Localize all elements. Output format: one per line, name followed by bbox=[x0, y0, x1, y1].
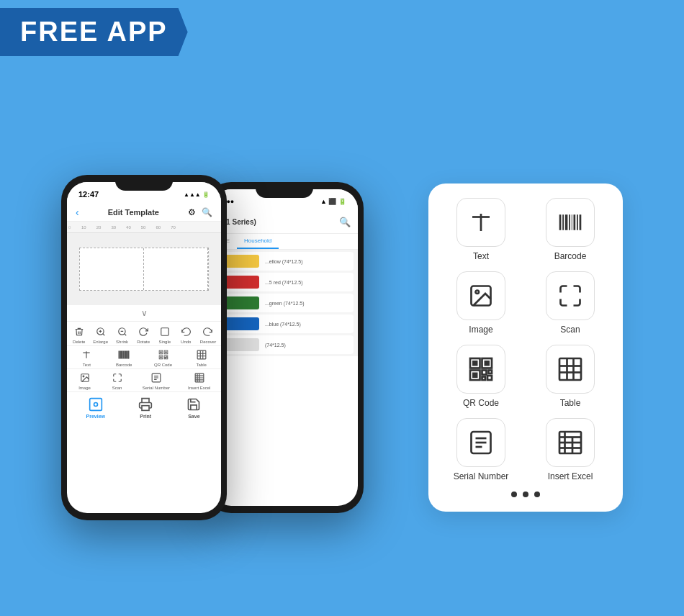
enlarge-icon bbox=[94, 325, 108, 339]
phone-back-screen: ●●● ▲ ⬛ 🔋 011 Series) 🔍 B&E Household bbox=[211, 189, 358, 506]
search-icon[interactable]: 🔍 bbox=[202, 207, 212, 217]
tool-recover[interactable]: Recover bbox=[200, 325, 216, 344]
back-app-header: 011 Series) 🔍 bbox=[211, 211, 358, 234]
template-box-right bbox=[144, 248, 208, 290]
svg-rect-12 bbox=[122, 351, 123, 358]
svg-rect-19 bbox=[160, 351, 161, 353]
label-list: ...ellow (74*12.5) ...5 red (74*12.5) ..… bbox=[211, 250, 358, 356]
nav-print-label: Print bbox=[140, 414, 151, 419]
delete-icon bbox=[72, 325, 86, 339]
phone-back: ●●● ▲ ⬛ 🔋 011 Series) 🔍 B&E Household bbox=[205, 182, 364, 513]
back-button[interactable]: ‹ bbox=[76, 207, 79, 218]
barcode-icon-box bbox=[546, 198, 595, 247]
svg-rect-53 bbox=[569, 214, 570, 230]
image-icon-box bbox=[456, 271, 505, 320]
svg-rect-65 bbox=[472, 373, 478, 379]
tool-text[interactable]: Text bbox=[79, 348, 94, 367]
back-tabs-row: B&E Household bbox=[211, 234, 358, 250]
template-box[interactable] bbox=[79, 248, 209, 291]
tool-qr-small[interactable]: QR Code bbox=[154, 348, 172, 367]
nav-print[interactable]: Print bbox=[138, 397, 153, 419]
phone-back-notch bbox=[256, 182, 313, 198]
single-label: Single bbox=[158, 340, 171, 344]
feature-image[interactable]: Image bbox=[441, 271, 521, 335]
dot-2 bbox=[523, 492, 528, 497]
list-item[interactable]: ...blue (74*12.5) bbox=[215, 314, 354, 333]
feature-serial-label: Serial Number bbox=[454, 471, 509, 481]
text-icon-box bbox=[456, 198, 505, 247]
tool-enlarge[interactable]: Enlarge bbox=[93, 325, 108, 344]
label-text-4: (74*12.5) bbox=[265, 343, 286, 348]
qr-small-label: QR Code bbox=[154, 363, 172, 367]
toolbar-row3: Image Scan Serial Number bbox=[67, 368, 221, 391]
free-app-badge: FREE APP bbox=[0, 8, 188, 56]
front-header-title: Edit Template bbox=[108, 208, 159, 217]
svg-rect-7 bbox=[161, 328, 168, 336]
svg-rect-27 bbox=[166, 358, 167, 359]
feature-serial[interactable]: Serial Number bbox=[441, 418, 521, 481]
svg-rect-67 bbox=[489, 371, 492, 374]
tool-table-small[interactable]: Table bbox=[194, 348, 209, 367]
feature-barcode[interactable]: Barcode bbox=[531, 198, 610, 261]
dot-3 bbox=[534, 492, 540, 497]
svg-rect-13 bbox=[123, 351, 124, 358]
serial-icon-small bbox=[149, 371, 163, 385]
tool-undo[interactable]: Undo bbox=[179, 325, 193, 344]
svg-rect-23 bbox=[160, 356, 161, 358]
list-item[interactable]: (74*12.5) bbox=[215, 335, 354, 354]
tool-shrink[interactable]: Shrink bbox=[115, 325, 130, 344]
dot-1 bbox=[511, 492, 517, 497]
feature-qrcode[interactable]: QR Code bbox=[441, 345, 521, 408]
phone-front: 12:47 ▲▲▲ 🔋 ‹ Edit Template ⚙ 🔍 0 bbox=[61, 175, 227, 520]
nav-save[interactable]: Save bbox=[186, 397, 202, 419]
tab-household[interactable]: Household bbox=[237, 234, 279, 249]
svg-rect-17 bbox=[129, 351, 130, 358]
table-icon-box bbox=[546, 345, 595, 394]
tool-barcode-small[interactable]: Barcode bbox=[116, 348, 132, 367]
label-text-1: ...5 red (74*12.5) bbox=[265, 280, 303, 285]
undo-icon bbox=[179, 325, 193, 339]
feature-table[interactable]: Table bbox=[531, 345, 610, 408]
svg-rect-47 bbox=[142, 406, 149, 411]
svg-rect-15 bbox=[126, 351, 127, 358]
svg-line-5 bbox=[124, 334, 126, 336]
front-app-header: ‹ Edit Template ⚙ 🔍 bbox=[67, 204, 221, 222]
label-text-0: ...ellow (74*12.5) bbox=[265, 259, 303, 264]
image-icon-small bbox=[78, 371, 92, 385]
print-icon bbox=[138, 397, 153, 412]
list-item[interactable]: ...5 red (74*12.5) bbox=[215, 273, 354, 291]
feature-excel[interactable]: Insert Excel bbox=[531, 418, 610, 481]
settings-icon[interactable]: ⚙ bbox=[188, 207, 196, 217]
tool-excel-small[interactable]: Insert Excel bbox=[188, 371, 210, 390]
tool-scan-small[interactable]: Scan bbox=[110, 371, 125, 390]
template-area bbox=[67, 233, 221, 305]
save-icon bbox=[186, 397, 202, 412]
recover-icon bbox=[201, 325, 215, 339]
phone-front-notch bbox=[115, 175, 173, 191]
tool-rotate[interactable]: Rotate bbox=[136, 325, 150, 344]
back-search-icon[interactable]: 🔍 bbox=[339, 217, 351, 227]
svg-rect-68 bbox=[482, 377, 486, 381]
tool-single[interactable]: Single bbox=[158, 325, 172, 344]
single-icon bbox=[158, 325, 172, 339]
main-content: ●●● ▲ ⬛ 🔋 011 Series) 🔍 B&E Household bbox=[0, 79, 684, 616]
svg-rect-26 bbox=[164, 358, 165, 359]
template-box-left bbox=[80, 248, 144, 290]
feature-barcode-label: Barcode bbox=[554, 251, 587, 261]
svg-rect-25 bbox=[166, 355, 167, 356]
shrink-label: Shrink bbox=[116, 340, 128, 344]
feature-text-label: Text bbox=[473, 251, 489, 261]
feature-scan[interactable]: Scan bbox=[531, 271, 610, 335]
nav-preview[interactable]: Preview bbox=[86, 397, 105, 419]
rotate-icon bbox=[136, 325, 150, 339]
tool-delete[interactable]: Delete bbox=[72, 325, 86, 344]
tool-image-small[interactable]: Image bbox=[78, 371, 92, 390]
tool-serial-small[interactable]: Serial Number bbox=[143, 371, 170, 390]
list-item[interactable]: ...green (74*12.5) bbox=[215, 294, 354, 312]
list-item[interactable]: ...ellow (74*12.5) bbox=[215, 252, 354, 271]
status-time: 12:47 bbox=[78, 190, 99, 199]
svg-rect-45 bbox=[89, 399, 102, 411]
feature-text[interactable]: Text bbox=[441, 198, 521, 261]
nav-save-label: Save bbox=[188, 414, 199, 419]
serial-icon-box bbox=[456, 418, 505, 467]
